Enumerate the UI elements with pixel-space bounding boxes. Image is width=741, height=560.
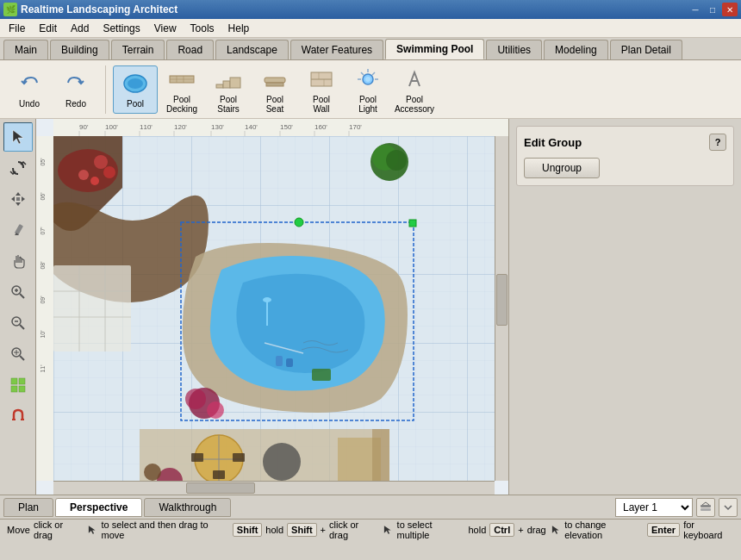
svg-text:100': 100' (105, 123, 118, 131)
magnet-icon (9, 408, 27, 425)
svg-text:130': 130' (211, 123, 224, 131)
tab-terrain[interactable]: Terrain (111, 40, 165, 59)
vscroll-thumb[interactable] (496, 274, 507, 326)
svg-rect-111 (701, 508, 711, 511)
pool-stairs-icon (215, 65, 242, 93)
redo-button[interactable]: Redo (53, 65, 98, 114)
layer-dropdown[interactable]: Layer 1 (615, 498, 693, 517)
tab-building[interactable]: Building (50, 40, 109, 59)
tab-swimming-pool[interactable]: Swimming Pool (385, 39, 484, 59)
svg-line-26 (20, 294, 24, 298)
svg-point-74 (78, 170, 89, 180)
status-select-multiple: to select multiple (397, 520, 465, 540)
svg-point-75 (103, 166, 115, 178)
help-button[interactable]: ? (709, 134, 726, 151)
pool-decking-button[interactable]: PoolDecking (159, 65, 204, 114)
svg-line-33 (20, 356, 24, 360)
svg-point-95 (207, 401, 224, 419)
pool-wall-button[interactable]: PoolWall (299, 65, 344, 114)
menu-help[interactable]: Help (221, 21, 257, 36)
tab-main[interactable]: Main (3, 40, 48, 59)
close-button[interactable]: ✕ (722, 3, 738, 16)
svg-rect-39 (19, 386, 25, 392)
status-select-move: to select and then drag to move (101, 520, 228, 540)
window-controls[interactable]: ─ □ ✕ (688, 3, 738, 16)
horizontal-scrollbar[interactable] (53, 481, 495, 495)
status-keyboard: for keyboard (683, 520, 734, 540)
zoom-out-tool[interactable] (3, 308, 33, 338)
tab-modeling[interactable]: Modeling (544, 40, 608, 59)
pool-seat-icon (261, 65, 289, 93)
main-layout: 90' 100' 110' 120' 130' 140' 150' 160' 1… (0, 119, 741, 495)
minimize-button[interactable]: ─ (688, 3, 703, 16)
grid-icon (9, 376, 27, 394)
left-tools-panel (0, 119, 36, 495)
svg-point-1 (128, 78, 143, 89)
tab-perspective[interactable]: Perspective (55, 498, 142, 517)
svg-text:09': 09' (40, 296, 46, 303)
svg-text:110': 110' (140, 123, 153, 131)
cursor-icon-2 (382, 525, 393, 535)
svg-point-104 (263, 443, 301, 481)
undo-button[interactable]: Undo (7, 65, 52, 114)
canvas-area[interactable]: 90' 100' 110' 120' 130' 140' 150' 160' 1… (36, 119, 508, 495)
titlebar-left: 🌿 Realtime Landscaping Architect (3, 3, 177, 16)
pool-seat-button[interactable]: PoolSeat (252, 65, 297, 114)
select-tool[interactable] (3, 122, 33, 152)
magnet-tool[interactable] (3, 401, 33, 431)
tab-landscape[interactable]: Landscape (215, 40, 289, 59)
svg-rect-90 (276, 356, 283, 366)
svg-rect-8 (230, 78, 240, 88)
menu-tools[interactable]: Tools (184, 21, 221, 36)
menu-view[interactable]: View (147, 21, 184, 36)
pool-accessory-button[interactable]: PoolAccessory (392, 65, 437, 114)
canvas-viewport[interactable] (53, 136, 495, 481)
cursor-icon-1 (86, 525, 97, 535)
undo-icon (16, 70, 43, 97)
rotate-tool[interactable] (3, 153, 33, 183)
ungroup-button[interactable]: Ungroup (524, 158, 600, 178)
toolbar: Undo Redo Pool (0, 60, 741, 119)
svg-rect-92 (312, 369, 331, 381)
zoom-in-tool[interactable] (3, 277, 33, 307)
pool-button[interactable]: Pool (113, 65, 158, 114)
tab-utilities[interactable]: Utilities (486, 40, 542, 59)
pool-light-button[interactable]: PoolLight (346, 65, 390, 114)
layer-button-2[interactable] (719, 498, 738, 517)
layer-button-1[interactable] (696, 498, 715, 517)
maximize-button[interactable]: □ (705, 3, 720, 16)
svg-point-89 (263, 297, 271, 302)
vertical-scrollbar[interactable] (495, 136, 508, 481)
undo-label: Undo (19, 99, 40, 109)
tab-plan-detail[interactable]: Plan Detail (610, 40, 682, 59)
pool-seat-label: PoolSeat (266, 95, 284, 114)
menu-edit[interactable]: Edit (32, 21, 64, 36)
tab-walkthrough[interactable]: Walkthrough (144, 498, 231, 517)
measure-tool[interactable] (3, 339, 33, 369)
svg-point-94 (185, 389, 206, 409)
tab-water-features[interactable]: Water Features (290, 40, 383, 59)
tab-plan[interactable]: Plan (3, 498, 53, 517)
tab-road[interactable]: Road (166, 40, 214, 59)
hscroll-thumb[interactable] (186, 482, 255, 494)
hand-tool[interactable] (3, 246, 33, 276)
svg-rect-37 (19, 378, 25, 384)
pencil-tool[interactable] (3, 215, 33, 245)
app-icon: 🌿 (3, 3, 17, 16)
tab-bar: Main Building Terrain Road Landscape Wat… (0, 38, 741, 60)
pool-stairs-button[interactable]: PoolStairs (206, 65, 251, 114)
grid-tool[interactable] (3, 370, 33, 400)
menu-file[interactable]: File (2, 21, 32, 36)
pool-tools-group: Pool PoolDecking (113, 65, 444, 114)
pencil-icon (9, 221, 27, 239)
pool-label: Pool (127, 99, 144, 109)
svg-text:07': 07' (40, 227, 46, 234)
svg-text:08': 08' (40, 261, 46, 269)
move-tool[interactable] (3, 184, 33, 214)
menu-settings[interactable]: Settings (96, 21, 146, 36)
rotate-icon (9, 159, 27, 177)
svg-rect-87 (409, 220, 416, 227)
svg-point-84 (386, 150, 407, 171)
ruler-top: 90' 100' 110' 120' 130' 140' 150' 160' 1… (53, 119, 508, 136)
menu-add[interactable]: Add (64, 21, 96, 36)
